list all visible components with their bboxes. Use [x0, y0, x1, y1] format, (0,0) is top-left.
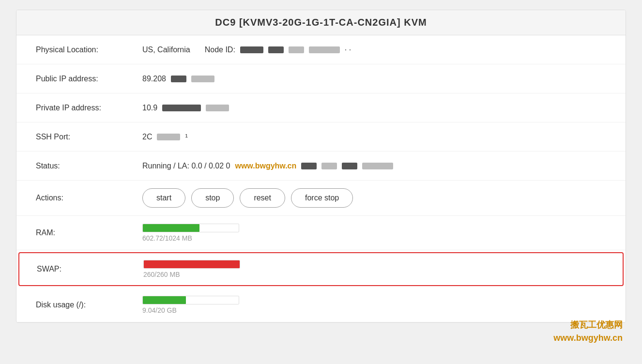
value-swap: 260/260 MB: [143, 260, 240, 278]
row-status: Status: Running / LA: 0.0 / 0.02 0 www.b…: [16, 152, 626, 181]
ram-progress-label: 602.72/1024 MB: [142, 234, 239, 242]
value-ram: 602.72/1024 MB: [142, 224, 239, 242]
row-physical-location: Physical Location: US, California Node I…: [16, 35, 626, 64]
public-ip-redacted-1: [171, 76, 186, 82]
location-text: US, California: [142, 46, 190, 54]
private-ip-redacted-2: [206, 105, 229, 111]
label-public-ip: Public IP address:: [36, 75, 142, 83]
row-ram: RAM: 602.72/1024 MB: [16, 216, 626, 250]
swap-progress-bar-outer: [143, 260, 240, 269]
row-ssh-port: SSH Port: 2C ¹: [16, 122, 626, 152]
start-button[interactable]: start: [142, 188, 185, 208]
ram-progress-bar-inner: [143, 224, 199, 232]
disk-progress-bar-outer: [142, 296, 239, 304]
public-ip-text: 89.208: [142, 75, 166, 83]
value-actions: start stop reset force stop: [142, 188, 353, 208]
label-disk: Disk usage (/):: [36, 301, 142, 309]
status-redacted-4: [362, 163, 393, 169]
value-status: Running / LA: 0.0 / 0.02 0 www.bwgyhw.cn: [142, 162, 393, 170]
label-private-ip: Private IP address:: [36, 104, 142, 112]
status-redacted-1: [301, 163, 317, 169]
swap-progress-container: 260/260 MB: [143, 260, 240, 278]
status-text: Running / LA: 0.0 / 0.02 0: [142, 162, 230, 170]
public-ip-redacted-2: [191, 76, 214, 82]
ssh-port-text: 2C: [142, 133, 152, 141]
row-public-ip: Public IP address: 89.208: [16, 64, 626, 93]
node-id-redacted-1: [240, 46, 263, 53]
ssh-port-redacted: [157, 134, 180, 140]
label-actions: Actions:: [36, 194, 142, 202]
swap-progress-label: 260/260 MB: [143, 271, 240, 278]
panel-header: DC9 [KVMV3-20G-1G-1T-CA-CN2GIA] KVM: [16, 10, 626, 35]
label-ram: RAM:: [36, 228, 142, 237]
disk-progress-container: 9.04/20 GB: [142, 296, 239, 314]
watermark-overlay-text: www.bwgyhw.cn: [235, 162, 296, 170]
watermark-line2: www.bwgyhw.cn: [553, 332, 623, 345]
disk-progress-bar-inner: [143, 296, 186, 304]
label-swap: SWAP:: [37, 265, 143, 273]
node-id-dots: · ·: [345, 46, 351, 54]
node-id-redacted-4: [309, 46, 340, 53]
disk-progress-label: 9.04/20 GB: [142, 306, 239, 314]
label-ssh-port: SSH Port:: [36, 133, 142, 141]
main-panel: DC9 [KVMV3-20G-1G-1T-CA-CN2GIA] KVM Phys…: [16, 10, 626, 323]
stop-button[interactable]: stop: [191, 188, 234, 208]
row-actions: Actions: start stop reset force stop: [16, 181, 626, 216]
info-table: Physical Location: US, California Node I…: [16, 35, 626, 322]
force-stop-button[interactable]: force stop: [291, 188, 353, 208]
node-id-label: Node ID:: [205, 46, 235, 54]
reset-button[interactable]: reset: [240, 188, 285, 208]
private-ip-redacted-1: [162, 105, 201, 111]
value-private-ip: 10.9: [142, 104, 229, 112]
swap-progress-bar-inner: [144, 260, 240, 268]
status-redacted-3: [342, 163, 357, 169]
ram-progress-container: 602.72/1024 MB: [142, 224, 239, 242]
row-disk: Disk usage (/): 9.04/20 GB: [16, 288, 626, 322]
label-status: Status:: [36, 162, 142, 170]
value-ssh-port: 2C ¹: [142, 133, 188, 141]
ssh-port-suffix: ¹: [185, 133, 187, 141]
ram-progress-bar-outer: [142, 224, 239, 232]
action-buttons-group: start stop reset force stop: [142, 188, 353, 208]
row-swap: SWAP: 260/260 MB: [18, 252, 624, 286]
node-id-redacted-3: [289, 46, 304, 53]
node-id-redacted-2: [268, 46, 284, 53]
value-public-ip: 89.208: [142, 75, 214, 83]
status-redacted-2: [321, 163, 337, 169]
private-ip-text: 10.9: [142, 104, 157, 112]
value-disk: 9.04/20 GB: [142, 296, 239, 314]
value-physical-location: US, California Node ID: · ·: [142, 46, 351, 54]
row-private-ip: Private IP address: 10.9: [16, 93, 626, 122]
label-physical-location: Physical Location:: [36, 46, 142, 54]
